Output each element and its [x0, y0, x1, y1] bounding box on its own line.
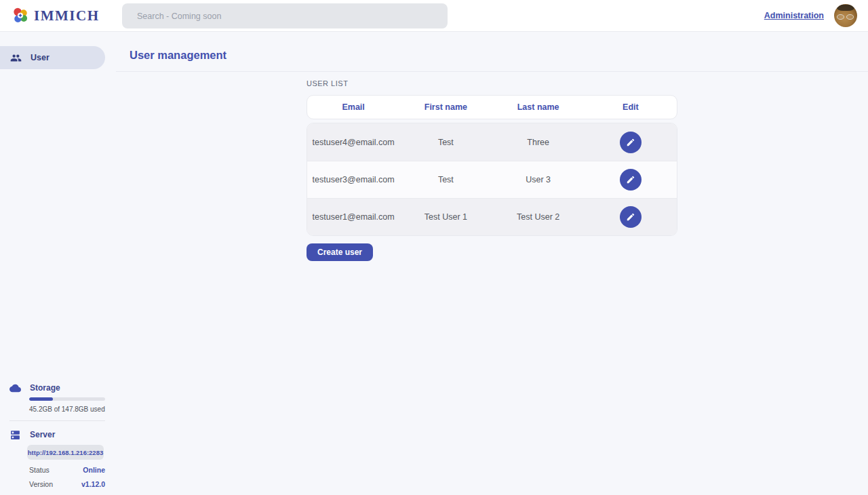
administration-link[interactable]: Administration: [764, 11, 824, 20]
cell-last-name: Test User 2: [492, 212, 585, 222]
cell-email: testuser3@email.com: [307, 175, 399, 184]
storage-section-header: Storage: [0, 382, 116, 394]
server-icon: [9, 429, 21, 441]
page-title: User management: [130, 49, 226, 62]
cell-email: testuser1@email.com: [307, 212, 399, 222]
server-status-row: Status Online: [29, 466, 105, 474]
immich-logo[interactable]: IMMICH: [0, 6, 100, 25]
cell-last-name: User 3: [492, 175, 585, 184]
table-body: testuser4@email.com Test Three te: [307, 123, 677, 236]
server-title: Server: [30, 430, 55, 439]
avatar-photo-detail: [846, 14, 854, 20]
search-input[interactable]: [122, 3, 448, 28]
create-user-button[interactable]: Create user: [307, 243, 373, 261]
storage-progress-fill: [29, 397, 53, 401]
main-content: User management USER LIST Email First na…: [116, 32, 868, 495]
edit-user-button[interactable]: [620, 206, 642, 228]
sidebar-item-user[interactable]: User: [0, 46, 105, 69]
avatar-photo-detail: [837, 14, 844, 20]
users-icon: [10, 52, 22, 64]
admin-sidebar: User Storage 45.2GB of 147.8GB used Serv…: [0, 32, 116, 495]
column-header-first-name: First name: [399, 102, 492, 112]
cell-first-name: Test: [399, 175, 492, 184]
version-label: Version: [29, 480, 53, 488]
column-header-edit: Edit: [585, 102, 677, 112]
table-header-row: Email First name Last name Edit: [307, 95, 677, 119]
table-row: testuser1@email.com Test User 1 Test Use…: [307, 198, 677, 235]
status-value: Online: [83, 466, 105, 474]
sidebar-item-label: User: [31, 53, 50, 62]
edit-user-button[interactable]: [620, 132, 642, 153]
sidebar-status-panel: Storage 45.2GB of 147.8GB used Server ht…: [0, 382, 116, 488]
brand-wordmark: IMMICH: [34, 7, 100, 24]
server-section-header: Server: [0, 429, 116, 441]
pencil-icon: [626, 175, 635, 184]
server-url-badge: http://192.168.1.216:2283: [27, 445, 104, 460]
table-row: testuser4@email.com Test Three: [307, 123, 677, 161]
sidebar-divider: [9, 420, 105, 421]
immich-flower-icon: [11, 6, 30, 25]
storage-title: Storage: [30, 383, 60, 393]
cell-first-name: Test User 1: [399, 212, 492, 222]
edit-user-button[interactable]: [620, 169, 642, 191]
storage-usage-text: 45.2GB of 147.8GB used: [29, 405, 116, 413]
status-label: Status: [29, 466, 50, 474]
user-table: Email First name Last name Edit testuser…: [307, 95, 677, 236]
cell-first-name: Test: [399, 138, 492, 147]
user-list-label: USER LIST: [307, 79, 868, 87]
page-header: User management: [116, 32, 868, 72]
column-header-last-name: Last name: [492, 102, 585, 112]
storage-progress-bar: [29, 397, 105, 401]
cloud-icon: [9, 382, 21, 394]
cell-last-name: Three: [492, 138, 585, 147]
server-version-row: Version v1.12.0: [29, 480, 105, 488]
pencil-icon: [626, 138, 635, 147]
cell-email: testuser4@email.com: [307, 138, 399, 147]
top-navbar: IMMICH Administration: [0, 0, 868, 32]
column-header-email: Email: [307, 102, 399, 112]
table-row: testuser3@email.com Test User 3: [307, 161, 677, 198]
pencil-icon: [626, 212, 635, 222]
version-value: v1.12.0: [81, 480, 105, 488]
user-avatar[interactable]: [834, 4, 857, 27]
